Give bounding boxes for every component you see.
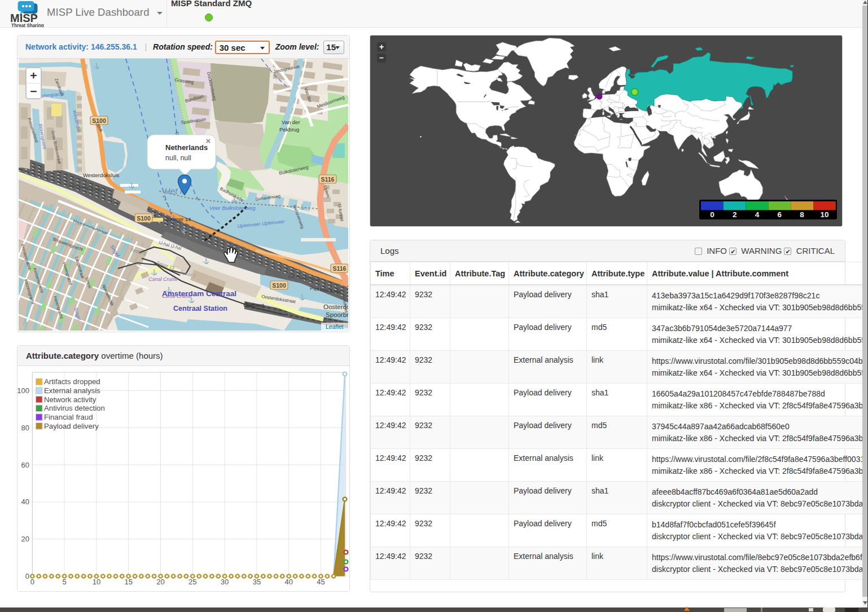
- svg-text:S116: S116: [321, 176, 335, 183]
- svg-text:Pekbrug: Pekbrug: [279, 126, 299, 133]
- svg-text:100: 100: [17, 386, 29, 395]
- svg-text:Artifacts dropped: Artifacts dropped: [44, 377, 100, 386]
- svg-text:⚓: ⚓: [151, 269, 157, 276]
- svg-text:8: 8: [800, 210, 804, 219]
- svg-text:null, null: null, null: [165, 154, 191, 162]
- svg-text:⚓: ⚓: [299, 204, 305, 210]
- svg-text:5: 5: [62, 578, 66, 586]
- svg-text:40: 40: [21, 497, 29, 506]
- svg-text:60: 60: [21, 461, 29, 469]
- svg-text:20: 20: [21, 535, 29, 543]
- svg-text:80: 80: [21, 424, 29, 432]
- svg-text:10: 10: [93, 578, 100, 586]
- svg-text:Antivirus detection: Antivirus detection: [44, 404, 105, 412]
- svg-text:+: +: [30, 69, 37, 82]
- svg-text:Financial fraud: Financial fraud: [44, 413, 93, 421]
- svg-text:⚓: ⚓: [128, 182, 135, 189]
- svg-text:4: 4: [755, 210, 760, 219]
- svg-text:External analysis: External analysis: [44, 386, 100, 395]
- svg-text:Steiger 14: Steiger 14: [166, 216, 191, 222]
- svg-text:30: 30: [221, 578, 229, 586]
- svg-text:45: 45: [317, 578, 325, 586]
- svg-text:Netherlands: Netherlands: [165, 143, 208, 152]
- svg-text:25: 25: [188, 578, 196, 586]
- svg-text:–: –: [379, 53, 384, 62]
- svg-text:Odebrug: Odebrug: [243, 302, 264, 308]
- svg-text:−: −: [30, 85, 37, 98]
- svg-text:+: +: [379, 42, 384, 51]
- svg-text:6: 6: [778, 210, 782, 219]
- svg-text:Canal Cruise: Canal Cruise: [148, 276, 178, 282]
- svg-text:⚓: ⚓: [203, 258, 209, 265]
- svg-text:S100: S100: [137, 215, 151, 222]
- svg-text:35: 35: [253, 578, 261, 586]
- svg-text:0: 0: [25, 572, 29, 580]
- svg-text:Canal Cruise: Canal Cruise: [162, 293, 191, 299]
- svg-text:Centraal Station: Centraal Station: [173, 305, 227, 312]
- svg-text:×: ×: [206, 136, 211, 146]
- svg-text:0: 0: [710, 210, 714, 219]
- svg-text:S116: S116: [333, 265, 347, 272]
- svg-text:Leaflet: Leaflet: [326, 323, 344, 330]
- svg-text:15: 15: [124, 578, 132, 586]
- svg-text:20: 20: [156, 578, 164, 586]
- svg-text:⚓: ⚓: [93, 63, 100, 69]
- svg-text:40: 40: [284, 578, 292, 586]
- svg-text:S100: S100: [272, 282, 286, 289]
- svg-text:⚓: ⚓: [181, 226, 187, 233]
- svg-text:Van der: Van der: [282, 119, 300, 125]
- svg-text:Threat Sharing: Threat Sharing: [11, 23, 44, 28]
- svg-text:10: 10: [820, 210, 828, 219]
- svg-text:Westerdoksluis: Westerdoksluis: [83, 172, 119, 178]
- svg-text:⚓: ⚓: [299, 294, 305, 301]
- svg-text:2: 2: [733, 210, 737, 219]
- svg-text:Network activity: Network activity: [44, 395, 97, 404]
- svg-text:Veer Buiksloterweg: Veer Buiksloterweg: [209, 205, 256, 211]
- svg-text:Payload delivery: Payload delivery: [44, 422, 99, 430]
- svg-text:0: 0: [30, 578, 34, 586]
